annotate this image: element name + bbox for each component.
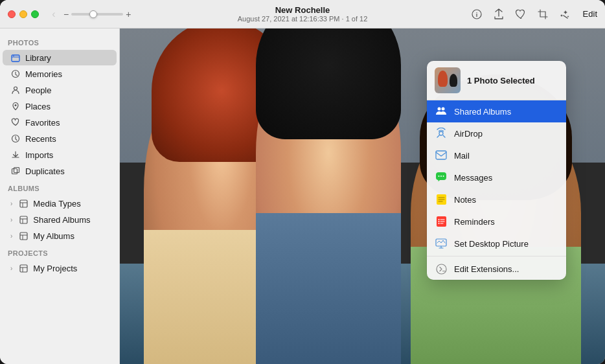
sidebar-item-my-albums[interactable]: › My Albums	[3, 228, 117, 244]
imports-label: Imports	[25, 150, 53, 160]
duplicates-label: Duplicates	[25, 166, 65, 176]
set-desktop-label: Set Desktop Picture	[454, 239, 529, 249]
dropdown-item-reminders[interactable]: Reminders	[427, 210, 566, 233]
places-label: Places	[25, 102, 51, 111]
nav-buttons: ‹	[47, 7, 61, 21]
dropdown-item-messages[interactable]: Messages	[427, 166, 566, 188]
sidebar-item-my-projects[interactable]: › My Projects	[3, 260, 117, 276]
svg-rect-11	[20, 216, 27, 223]
zoom-track[interactable]	[71, 13, 123, 16]
messages-label: Messages	[454, 173, 492, 183]
svg-point-21	[443, 176, 444, 177]
minimize-button[interactable]	[19, 10, 27, 18]
my-projects-label: My Projects	[33, 264, 77, 273]
photo-title: New Rochelle	[238, 5, 368, 15]
expand-arrow-shared-albums: ›	[10, 216, 12, 223]
favorites-icon	[10, 117, 21, 128]
recents-icon	[10, 133, 21, 144]
favorites-label: Favorites	[25, 118, 60, 128]
dropdown-item-edit-extensions[interactable]: Edit Extensions...	[427, 258, 566, 280]
svg-rect-2	[12, 55, 19, 62]
toolbar-actions: i	[470, 8, 597, 21]
media-types-icon	[18, 198, 29, 209]
sidebar-item-shared-albums[interactable]: › Shared Albums	[3, 212, 117, 227]
notes-label: Notes	[454, 195, 476, 205]
sidebar-section-projects: Projects	[0, 244, 119, 260]
svg-point-3	[13, 56, 14, 57]
photo-area: 1 Photo Selected Shared Albums	[120, 28, 605, 364]
my-albums-icon	[18, 231, 29, 241]
sidebar-item-recents[interactable]: Recents	[3, 131, 117, 146]
svg-rect-8	[12, 169, 17, 174]
svg-point-25	[438, 221, 439, 222]
sidebar-item-favorites[interactable]: Favorites	[3, 115, 117, 130]
sidebar-item-places[interactable]: Places	[3, 98, 117, 114]
close-button[interactable]	[8, 10, 16, 18]
dropdown-header: 1 Photo Selected	[427, 61, 566, 100]
share-icon[interactable]	[492, 8, 505, 21]
svg-point-16	[439, 131, 443, 135]
set-desktop-icon	[435, 237, 448, 250]
zoom-slider: − +	[63, 9, 131, 19]
mail-label: Mail	[454, 151, 470, 161]
zoom-thumb[interactable]	[89, 10, 97, 18]
mail-icon	[435, 149, 448, 162]
traffic-lights	[8, 10, 39, 18]
fullscreen-button[interactable]	[31, 10, 39, 18]
memories-icon	[10, 69, 21, 79]
dropdown-item-mail[interactable]: Mail	[427, 144, 566, 166]
svg-point-6	[15, 104, 17, 106]
main-window: ‹ − + New Rochelle August 27, 2021 at 12…	[0, 0, 605, 364]
sidebar-section-albums: Albums	[0, 179, 119, 195]
my-projects-icon	[18, 263, 29, 273]
people-label: People	[25, 85, 51, 95]
dropdown-item-airdrop[interactable]: AirDrop	[427, 122, 566, 144]
shared-albums-label: Shared Albums	[33, 215, 90, 225]
enhance-icon[interactable]	[558, 8, 571, 21]
selected-count-label: 1 Photo Selected	[467, 76, 535, 85]
shared-albums-dropdown-icon	[435, 105, 448, 118]
dropdown-item-set-desktop[interactable]: Set Desktop Picture	[427, 233, 566, 255]
photo-thumbnail	[435, 67, 461, 93]
library-label: Library	[25, 53, 51, 63]
dropdown-item-shared-albums[interactable]: Shared Albums	[427, 100, 566, 122]
airdrop-icon	[435, 127, 448, 140]
recents-label: Recents	[25, 134, 56, 144]
sidebar-item-library[interactable]: Library	[3, 50, 117, 65]
svg-rect-12	[20, 233, 27, 240]
places-icon	[10, 101, 21, 111]
zoom-out-button[interactable]: −	[63, 9, 69, 19]
svg-point-5	[14, 87, 17, 90]
svg-point-19	[439, 176, 440, 177]
sidebar: Photos Library M	[0, 28, 120, 364]
favorite-icon[interactable]	[514, 8, 527, 21]
sidebar-item-imports[interactable]: Imports	[3, 147, 117, 163]
zoom-in-button[interactable]: +	[126, 9, 131, 19]
svg-rect-9	[14, 168, 19, 173]
info-icon[interactable]: i	[470, 8, 483, 21]
crop-icon[interactable]	[536, 8, 549, 21]
photo-subtitle: August 27, 2021 at 12:16:33 PM · 1 of 12	[238, 15, 368, 23]
sidebar-item-media-types[interactable]: › Media Types	[3, 196, 117, 211]
people-icon	[10, 85, 21, 95]
svg-point-20	[440, 176, 442, 177]
edit-extensions-icon	[435, 262, 448, 275]
sidebar-item-people[interactable]: People	[3, 82, 117, 98]
share-dropdown: 1 Photo Selected Shared Albums	[427, 61, 566, 280]
shared-albums-icon	[18, 214, 29, 225]
back-button[interactable]: ‹	[47, 7, 61, 21]
shirt-middle	[256, 213, 402, 364]
reminders-label: Reminders	[454, 217, 495, 227]
edit-button[interactable]: Edit	[583, 9, 597, 19]
reminders-icon	[435, 215, 448, 228]
duplicates-icon	[10, 166, 21, 176]
svg-point-26	[438, 223, 439, 224]
dropdown-item-notes[interactable]: Notes	[427, 188, 566, 210]
shared-albums-dropdown-label: Shared Albums	[454, 107, 511, 117]
sidebar-item-memories[interactable]: Memories	[3, 66, 117, 82]
svg-rect-17	[436, 151, 446, 159]
messages-icon	[435, 171, 448, 184]
sidebar-item-duplicates[interactable]: Duplicates	[3, 163, 117, 179]
notes-icon	[435, 193, 448, 206]
library-icon	[10, 52, 21, 63]
